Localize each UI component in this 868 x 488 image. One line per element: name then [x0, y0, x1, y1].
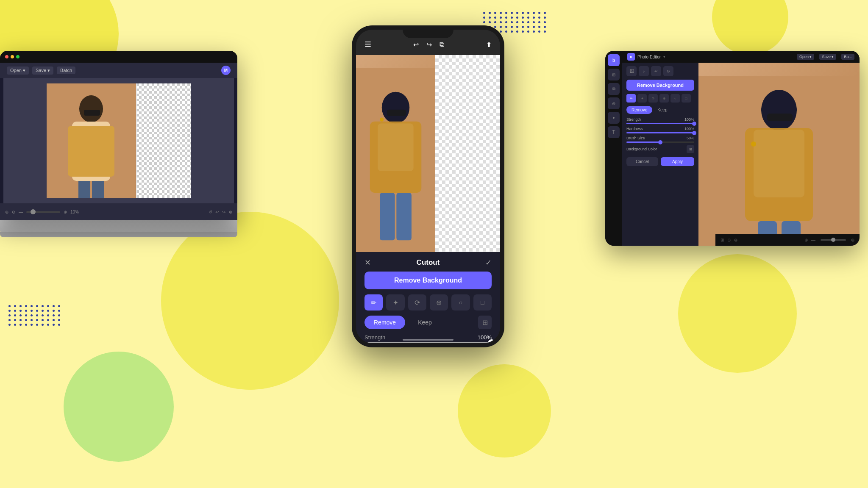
tablet-sidebar-icon-fx[interactable]: ✦	[608, 112, 620, 124]
tablet-hardness-slider: Hardness 100%	[626, 127, 694, 133]
tablet-strength-value: 100%	[684, 117, 694, 122]
tablet-strength-track[interactable]	[626, 123, 694, 124]
tablet-tool-rect[interactable]: □	[682, 94, 691, 103]
tablet-hardness-label: Hardness	[626, 127, 643, 131]
tablet-sec-icon-2[interactable]: ♪	[639, 66, 649, 76]
keep-mode-button[interactable]: Keep	[409, 316, 441, 329]
remove-mode-button[interactable]: Remove	[364, 316, 405, 329]
figure-svg-tablet	[698, 63, 860, 246]
laptop-screen: Open ▾ Save ▾ Batch M	[0, 51, 237, 220]
svg-rect-10	[370, 122, 422, 193]
tablet-cancel-button[interactable]: Cancel	[626, 157, 658, 166]
phone-tools-row: ✏ ✦ ⟳ ⊕ ○ □	[364, 294, 492, 311]
lasso-tool-button[interactable]: ⟳	[408, 294, 426, 311]
tablet-top-bar: b Photo Editor ▾ Open ▾ Save ▾ Ba...	[622, 51, 860, 63]
tablet-main-canvas: ⊞ ⊙ ⊛ ⊕ — ⊕	[698, 63, 860, 246]
tablet-tool-brush[interactable]: ✏	[626, 94, 636, 103]
tablet-hardness-value: 100%	[684, 127, 694, 131]
svg-rect-18	[745, 128, 813, 221]
laptop-foot	[0, 232, 237, 237]
tablet-open-button[interactable]: Open ▾	[797, 54, 815, 60]
tablet-sec-icon-3[interactable]: ↩	[651, 66, 661, 76]
tablet-keep-button[interactable]: Keep	[654, 106, 670, 114]
tablet-strength-label: Strength	[626, 117, 641, 122]
phone-remove-keep-row: Remove Keep ⊞	[364, 316, 492, 329]
svg-rect-3	[68, 126, 114, 177]
tablet-sidebar-icon-adjust[interactable]: ⊛	[608, 97, 620, 109]
batch-button[interactable]: Batch	[57, 67, 75, 74]
tablet-actions-row: Cancel Apply	[626, 157, 694, 166]
tablet-sec-icon-1[interactable]: 🖼	[626, 66, 637, 76]
laptop-bottom-bar: ⊕ ⊙ — ⊕ 10% ↺ ↩ ↪ ⊕	[0, 203, 237, 220]
tablet-sidebar: b ⊞ ⧉ ⊛ ✦ T	[605, 51, 622, 246]
tablet-brush-size-label: Brush Size	[626, 136, 645, 140]
tablet-strength-slider: Strength 100%	[626, 117, 694, 124]
tablet-section-icons-row: 🖼 ♪ ↩ ⊙	[626, 66, 694, 76]
svg-rect-6	[84, 110, 100, 116]
tablet-hardness-track[interactable]	[626, 132, 694, 133]
svg-rect-11	[380, 193, 395, 240]
tablet-brush-size-slider: Brush Size 50%	[626, 136, 694, 143]
share-icon[interactable]: ⬆	[486, 41, 492, 49]
svg-rect-13	[387, 110, 406, 116]
cutout-header: ✕ Cutout ✓	[364, 252, 492, 272]
background-color-icon[interactable]: ⊞	[478, 316, 492, 329]
dot-grid-bottom-left	[8, 305, 60, 326]
layers-icon[interactable]: ⧉	[440, 41, 444, 49]
tablet-batch-button[interactable]: Ba...	[841, 54, 854, 60]
open-button[interactable]: Open ▾	[7, 67, 29, 75]
laptop-container: Open ▾ Save ▾ Batch M	[0, 51, 237, 237]
tablet-remove-button[interactable]: Remove	[626, 106, 652, 114]
laptop-base	[0, 220, 237, 232]
tablet-bg-color-icon[interactable]: ⊞	[687, 145, 694, 153]
confirm-button[interactable]: ✓	[485, 258, 492, 267]
tablet-brush-size-track[interactable]	[626, 141, 694, 143]
rect-tool-button[interactable]: □	[473, 294, 492, 311]
tablet-tool-stamp[interactable]: ⊕	[659, 94, 669, 103]
tablet-remove-keep-row: Remove Keep	[626, 106, 694, 114]
circle-tool-button[interactable]: ○	[451, 294, 470, 311]
svg-point-14	[380, 117, 384, 121]
tablet-bg-color-row: Background Color ⊞	[626, 145, 694, 153]
phone-home-bar	[403, 339, 453, 341]
figure-svg-phone	[356, 55, 435, 254]
svg-rect-12	[396, 193, 412, 240]
tablet-bg-color-label: Background Color	[626, 147, 657, 151]
tablet-tool-lasso[interactable]: ⟳	[648, 94, 658, 103]
tablet-sidebar-icon-layers[interactable]: ⧉	[608, 83, 620, 95]
brush-tool-button[interactable]: ✏	[364, 294, 383, 311]
strength-slider[interactable]	[364, 342, 492, 343]
save-button[interactable]: Save ▾	[32, 67, 53, 75]
phone-body: ☰ ↩ ↪ ⧉ ⬆	[352, 25, 504, 347]
tablet-tool-circle[interactable]: ○	[670, 94, 680, 103]
laptop-toolbar: Open ▾ Save ▾ Batch M	[0, 63, 237, 78]
tablet-save-button[interactable]: Save ▾	[819, 54, 836, 60]
undo-icon[interactable]: ↩	[413, 41, 419, 49]
phone-image-area	[356, 55, 500, 254]
magic-tool-button[interactable]: ✦	[386, 294, 404, 311]
tablet-tool-icons-row: ✏ ✦ ⟳ ⊕ ○ □	[626, 94, 694, 103]
svg-point-22	[751, 141, 756, 147]
cutout-title: Cutout	[371, 258, 485, 267]
remove-background-button[interactable]: Remove Background	[364, 272, 492, 289]
close-button[interactable]: ✕	[364, 258, 371, 267]
svg-rect-5	[92, 181, 104, 198]
tablet-brush-size-value: 50%	[687, 136, 694, 140]
tablet-apply-button[interactable]: Apply	[661, 157, 694, 166]
tablet-tool-magic[interactable]: ✦	[637, 94, 647, 103]
tablet-sidebar-icon-tools[interactable]: ⊞	[608, 69, 620, 80]
hamburger-icon[interactable]: ☰	[364, 40, 371, 49]
tablet-logo: b	[608, 54, 620, 66]
svg-rect-21	[767, 114, 793, 121]
phone-container: ☰ ↩ ↪ ⧉ ⬆	[352, 25, 513, 347]
tablet-sidebar-icon-text[interactable]: T	[608, 126, 620, 138]
strength-label: Strength	[364, 334, 385, 341]
laptop-canvas	[3, 78, 234, 203]
tablet-remove-bg-button[interactable]: Remove Background	[626, 80, 694, 91]
stamp-tool-button[interactable]: ⊕	[430, 294, 448, 311]
tablet-panel: ← Cutout 🖼 ♪ ↩ ⊙ Remove Background ✏ ✦ ⟳…	[622, 51, 698, 246]
redo-icon[interactable]: ↪	[426, 41, 432, 49]
laptop-notch-bar	[0, 51, 237, 63]
svg-rect-4	[78, 181, 90, 198]
tablet-sec-icon-4[interactable]: ⊙	[663, 66, 673, 76]
